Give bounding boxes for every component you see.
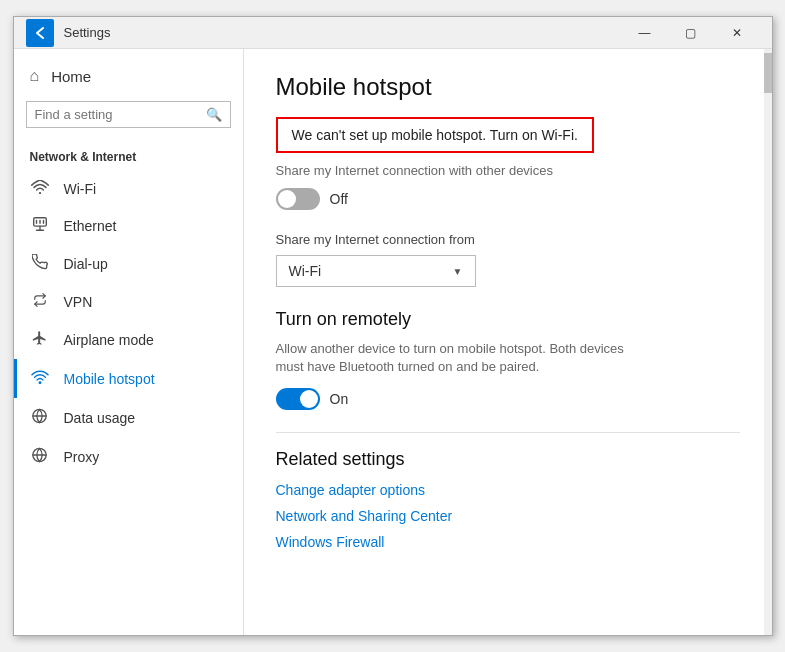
sidebar-item-datausage[interactable]: Data usage [14,398,243,437]
sidebar-item-hotspot-label: Mobile hotspot [64,371,155,387]
sidebar-item-vpn-label: VPN [64,294,93,310]
window-controls: — ▢ ✕ [622,17,760,49]
share-toggle[interactable] [276,188,320,210]
error-banner: We can't set up mobile hotspot. Turn on … [276,117,594,153]
settings-window: Settings — ▢ ✕ ⌂ Home 🔍 Network & Intern… [13,16,773,636]
main-content: Mobile hotspot We can't set up mobile ho… [244,49,772,635]
minimize-button[interactable]: — [622,17,668,49]
svg-point-0 [38,192,40,194]
divider [276,432,740,433]
share-toggle-knob [278,190,296,208]
share-toggle-row: Off [276,188,740,210]
remote-toggle-knob [300,390,318,408]
related-link-adapter[interactable]: Change adapter options [276,482,740,498]
ethernet-icon [30,217,50,234]
share-subtitle: Share my Internet connection with other … [276,163,740,178]
sidebar-item-wifi-label: Wi-Fi [64,181,97,197]
close-button[interactable]: ✕ [714,17,760,49]
sidebar-item-ethernet-label: Ethernet [64,218,117,234]
remote-toggle-label: On [330,391,349,407]
search-icon: 🔍 [206,107,222,122]
page-title: Mobile hotspot [276,73,740,101]
share-toggle-label: Off [330,191,348,207]
connection-from-value: Wi-Fi [289,263,322,279]
scrollbar-thumb[interactable] [764,53,772,93]
connection-from-dropdown[interactable]: Wi-Fi ▼ [276,255,476,287]
sidebar-item-airplane-label: Airplane mode [64,332,154,348]
content-area: ⌂ Home 🔍 Network & Internet Wi [14,49,772,635]
datausage-icon [30,408,50,427]
remote-toggle-row: On [276,388,740,410]
related-link-firewall[interactable]: Windows Firewall [276,534,740,550]
dialup-icon [30,254,50,273]
connection-from-section: Share my Internet connection from Wi-Fi … [276,232,740,287]
remote-toggle[interactable] [276,388,320,410]
home-icon: ⌂ [30,67,40,85]
sidebar-item-proxy-label: Proxy [64,449,100,465]
related-link-sharing[interactable]: Network and Sharing Center [276,508,740,524]
sidebar-item-datausage-label: Data usage [64,410,136,426]
search-box: 🔍 [26,101,231,128]
sidebar-item-dialup-label: Dial-up [64,256,108,272]
sidebar-item-wifi[interactable]: Wi-Fi [14,170,243,207]
sidebar-item-vpn[interactable]: VPN [14,283,243,320]
airplane-icon [30,330,50,349]
vpn-icon [30,293,50,310]
search-input[interactable] [35,107,206,122]
wifi-icon [30,180,50,197]
related-settings-title: Related settings [276,449,740,470]
home-label: Home [51,68,91,85]
sidebar-item-home[interactable]: ⌂ Home [14,49,243,97]
dropdown-arrow-icon: ▼ [453,266,463,277]
proxy-icon [30,447,50,466]
sidebar: ⌂ Home 🔍 Network & Internet Wi [14,49,244,635]
connection-from-label: Share my Internet connection from [276,232,740,247]
hotspot-icon [30,369,50,388]
scrollbar-track[interactable] [764,49,772,635]
svg-point-7 [38,381,41,384]
sidebar-item-airplane[interactable]: Airplane mode [14,320,243,359]
remote-section-title: Turn on remotely [276,309,740,330]
sidebar-item-ethernet[interactable]: Ethernet [14,207,243,244]
maximize-button[interactable]: ▢ [668,17,714,49]
titlebar: Settings — ▢ ✕ [14,17,772,49]
remote-desc: Allow another device to turn on mobile h… [276,340,656,376]
back-button[interactable] [26,19,54,47]
sidebar-item-proxy[interactable]: Proxy [14,437,243,476]
sidebar-item-hotspot[interactable]: Mobile hotspot [14,359,243,398]
sidebar-item-dialup[interactable]: Dial-up [14,244,243,283]
sidebar-section-label: Network & Internet [14,142,243,170]
window-title: Settings [64,25,622,40]
